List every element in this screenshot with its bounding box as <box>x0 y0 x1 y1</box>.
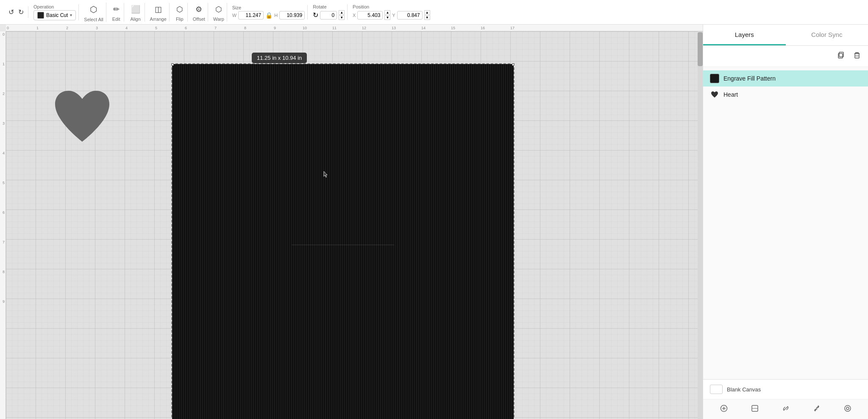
operation-dropdown[interactable]: Basic Cut ▾ <box>33 10 76 20</box>
panel-bottom-btn-5[interactable] <box>840 403 855 416</box>
panel-bottom-btn-2[interactable] <box>748 403 762 416</box>
pos-x-down-button[interactable]: ▼ <box>384 15 390 20</box>
pos-y-down-button[interactable]: ▼ <box>424 15 430 20</box>
operation-color-swatch <box>37 12 44 19</box>
ruler-left-num-4: 4 <box>3 151 5 155</box>
tab-color-sync[interactable]: Color Sync <box>786 25 868 45</box>
pos-x-label: X <box>353 13 356 18</box>
main-area: 0 1 2 3 4 5 6 7 8 9 10 11 12 13 14 15 16… <box>0 25 868 419</box>
position-group: Position X ▲ ▼ Y ▲ ▼ <box>350 4 433 20</box>
operation-chevron-icon: ▾ <box>70 13 72 17</box>
center-guide <box>292 245 394 245</box>
size-h-label: H <box>274 13 278 18</box>
layer-item-engrave[interactable]: Engrave Fill Pattern <box>703 70 868 87</box>
heart-shape-container[interactable] <box>48 82 116 150</box>
size-group: Size W 🔒 H <box>230 5 308 20</box>
right-panel: Layers Color Sync <box>703 25 868 419</box>
link-icon <box>782 405 790 412</box>
lock-icon: 🔒 <box>265 12 273 19</box>
ruler-left-num-0: 0 <box>3 32 5 36</box>
edit-label: Edit <box>112 17 120 22</box>
ruler-left-num-6: 6 <box>3 210 5 215</box>
ruler-num-5: 5 <box>155 26 157 30</box>
edit-button[interactable]: ✏ <box>111 3 121 16</box>
arrange-label: Arrange <box>150 17 167 22</box>
svg-point-23 <box>845 405 851 411</box>
pos-y-up-button[interactable]: ▲ <box>424 10 430 15</box>
selection-handle-tr[interactable] <box>512 63 515 66</box>
ruler-left-num-7: 7 <box>3 240 5 244</box>
layer-item-heart[interactable]: Heart <box>703 87 868 103</box>
rotate-down-button[interactable]: ▼ <box>339 15 345 20</box>
pos-x-input[interactable] <box>357 11 383 20</box>
size-w-input[interactable] <box>238 11 264 20</box>
ruler-num-11: 11 <box>332 26 337 30</box>
ruler-num-0: 0 <box>7 26 9 30</box>
flip-button[interactable]: ⬡ <box>175 3 185 16</box>
undo-button[interactable]: ↺ <box>7 6 16 18</box>
layers-merge-icon <box>751 405 759 412</box>
ruler-left-num-5: 5 <box>3 181 5 185</box>
duplicate-icon <box>837 51 845 59</box>
blank-canvas-footer: Blank Canvas <box>703 379 868 399</box>
operation-value: Basic Cut <box>46 12 68 18</box>
engrave-color-swatch <box>710 74 719 83</box>
scrollbar-thumb[interactable] <box>698 32 703 66</box>
ruler-num-8: 8 <box>244 26 246 30</box>
rotate-input[interactable] <box>320 11 337 20</box>
panel-bottom-icons <box>703 399 868 419</box>
select-all-group: ⬡ Select All <box>81 3 106 22</box>
offset-group: ⚙ Offset <box>190 3 208 22</box>
scrollbar-right[interactable] <box>698 31 703 419</box>
arrange-button[interactable]: ◫ <box>153 3 164 16</box>
select-all-label: Select All <box>84 17 103 22</box>
canvas-area[interactable]: 0 1 2 3 4 5 6 7 8 9 10 11 12 13 14 15 16… <box>0 25 703 419</box>
rotate-icon: ↻ <box>313 11 318 19</box>
pos-y-input[interactable] <box>397 11 423 20</box>
ruler-left: 0 1 2 3 4 5 6 7 8 9 <box>0 31 6 419</box>
ruler-num-2: 2 <box>66 26 68 30</box>
panel-bottom-btn-3[interactable] <box>779 403 793 416</box>
rotate-group: Rotate ↻ ▲ ▼ <box>310 4 348 20</box>
rotate-up-button[interactable]: ▲ <box>339 10 345 15</box>
heart-layer-icon <box>710 90 719 99</box>
operation-group: Operation Basic Cut ▾ <box>31 4 79 20</box>
pos-x-up-button[interactable]: ▲ <box>384 10 390 15</box>
panel-bottom-btn-1[interactable] <box>717 403 731 416</box>
warp-group: ⬡ Warp <box>211 3 227 22</box>
align-button[interactable]: ⬜ <box>129 3 142 16</box>
svg-line-21 <box>785 408 787 409</box>
selection-handle-tl[interactable] <box>171 63 174 66</box>
blank-canvas-swatch <box>710 385 723 394</box>
redo-button[interactable]: ↻ <box>17 6 25 18</box>
ruler-num-4: 4 <box>125 26 128 30</box>
ruler-num-9: 9 <box>274 26 276 30</box>
ruler-left-num-9: 9 <box>3 299 5 304</box>
ruler-num-15: 15 <box>451 26 455 30</box>
ruler-num-17: 17 <box>510 26 515 30</box>
warp-button[interactable]: ⬡ <box>214 3 224 16</box>
panel-tabs: Layers Color Sync <box>703 25 868 46</box>
delete-icon <box>853 51 861 59</box>
size-h-input[interactable] <box>279 11 305 20</box>
select-all-button[interactable]: ⬡ <box>88 3 99 16</box>
ruler-num-12: 12 <box>362 26 366 30</box>
ruler-left-num-1: 1 <box>3 62 5 66</box>
size-label: Size <box>232 5 305 10</box>
toolbar: ↺ ↻ Operation Basic Cut ▾ ⬡ Select All ✏… <box>0 0 868 25</box>
rotate-label: Rotate <box>313 4 345 9</box>
ruler-left-num-8: 8 <box>3 270 5 274</box>
ruler-num-16: 16 <box>481 26 485 30</box>
canvas-content[interactable]: 11.25 in x 10.94 in <box>6 31 703 419</box>
offset-button[interactable]: ⚙ <box>194 3 204 16</box>
tab-layers[interactable]: Layers <box>703 25 786 45</box>
ruler-num-3: 3 <box>96 26 98 30</box>
panel-bottom-btn-4[interactable] <box>810 403 824 416</box>
ruler-left-num-2: 2 <box>3 92 5 96</box>
layers-delete-button[interactable] <box>851 49 863 63</box>
layers-copy-button[interactable] <box>835 49 847 63</box>
position-label: Position <box>353 4 430 9</box>
ruler-left-num-3: 3 <box>3 121 5 126</box>
heart-layer-name: Heart <box>723 91 738 98</box>
engrave-fill-pattern-box[interactable] <box>171 63 515 419</box>
